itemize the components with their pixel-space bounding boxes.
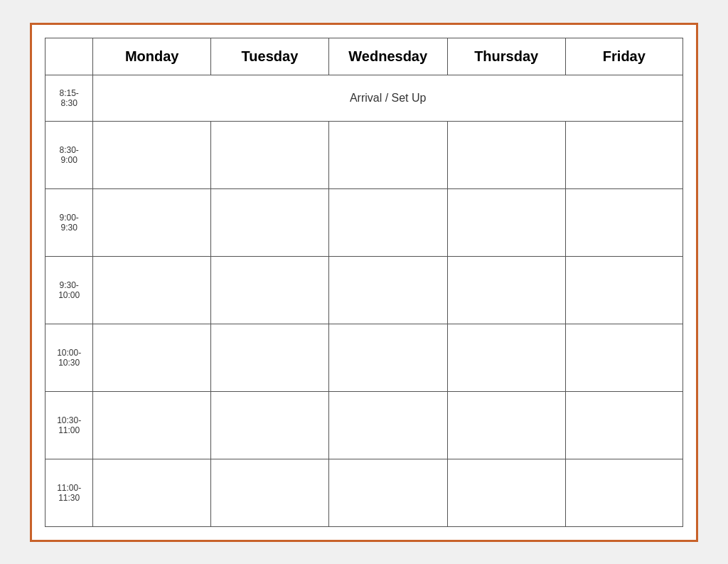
cell-wed-1100 bbox=[328, 459, 447, 526]
cell-tue-900 bbox=[211, 188, 329, 256]
time-900-930: 9:00- 9:30 bbox=[46, 188, 93, 256]
table-row: 9:00- 9:30 bbox=[46, 188, 683, 256]
time-1000-1030: 10:00- 10:30 bbox=[46, 324, 93, 391]
header-wednesday: Wednesday bbox=[328, 38, 447, 75]
header-row: Monday Tuesday Wednesday Thursday Friday bbox=[46, 38, 683, 75]
cell-fri-900 bbox=[565, 188, 682, 256]
header-thursday: Thursday bbox=[447, 38, 565, 75]
cell-wed-1000 bbox=[328, 324, 447, 391]
cell-mon-1030 bbox=[93, 391, 211, 459]
cell-mon-930 bbox=[93, 256, 211, 324]
cell-tue-1000 bbox=[211, 324, 329, 391]
cell-thu-1000 bbox=[447, 324, 565, 391]
table-row: 10:30- 11:00 bbox=[46, 391, 683, 459]
page-container: Monday Tuesday Wednesday Thursday Friday… bbox=[30, 23, 698, 542]
table-row: 8:30- 9:00 bbox=[46, 121, 683, 188]
table-row: 9:30- 10:00 bbox=[46, 256, 683, 324]
cell-fri-930 bbox=[565, 256, 682, 324]
table-row: 10:00- 10:30 bbox=[46, 324, 683, 391]
header-monday: Monday bbox=[93, 38, 211, 75]
cell-wed-930 bbox=[328, 256, 447, 324]
arrival-label: Arrival / Set Up bbox=[93, 75, 683, 121]
cell-mon-830 bbox=[93, 121, 211, 188]
schedule-table: Monday Tuesday Wednesday Thursday Friday… bbox=[45, 38, 683, 527]
cell-fri-1100 bbox=[565, 459, 682, 526]
cell-wed-900 bbox=[328, 188, 447, 256]
time-930-1000: 9:30- 10:00 bbox=[46, 256, 93, 324]
header-friday: Friday bbox=[565, 38, 682, 75]
cell-wed-830 bbox=[328, 121, 447, 188]
cell-thu-900 bbox=[447, 188, 565, 256]
cell-fri-1000 bbox=[565, 324, 682, 391]
cell-tue-1100 bbox=[211, 459, 329, 526]
cell-mon-1100 bbox=[93, 459, 211, 526]
time-830-900: 8:30- 9:00 bbox=[46, 121, 93, 188]
cell-wed-1030 bbox=[328, 391, 447, 459]
cell-fri-830 bbox=[565, 121, 682, 188]
cell-tue-1030 bbox=[211, 391, 329, 459]
time-1030-1100: 10:30- 11:00 bbox=[46, 391, 93, 459]
cell-mon-900 bbox=[93, 188, 211, 256]
cell-mon-1000 bbox=[93, 324, 211, 391]
cell-tue-930 bbox=[211, 256, 329, 324]
time-1100-1130: 11:00- 11:30 bbox=[46, 459, 93, 526]
table-row: 11:00- 11:30 bbox=[46, 459, 683, 526]
cell-thu-1030 bbox=[447, 391, 565, 459]
arrival-row: 8:15- 8:30 Arrival / Set Up bbox=[46, 75, 683, 121]
header-tuesday: Tuesday bbox=[211, 38, 329, 75]
time-815-830: 8:15- 8:30 bbox=[46, 75, 93, 121]
cell-tue-830 bbox=[211, 121, 329, 188]
header-time-col bbox=[46, 38, 93, 75]
cell-thu-1100 bbox=[447, 459, 565, 526]
cell-fri-1030 bbox=[565, 391, 682, 459]
cell-thu-830 bbox=[447, 121, 565, 188]
cell-thu-930 bbox=[447, 256, 565, 324]
